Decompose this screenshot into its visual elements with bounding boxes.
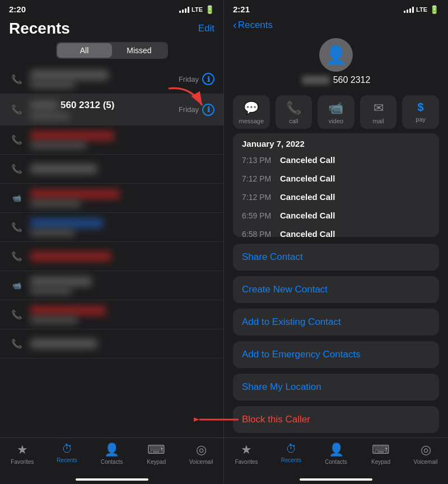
tab-recents-right[interactable]: ⏱ Recents xyxy=(269,443,314,465)
tab-voicemail-left[interactable]: ◎ Voicemail xyxy=(179,443,223,465)
mail-label: mail xyxy=(372,118,384,124)
phone-icon-4: 📞 xyxy=(9,164,25,174)
right-battery-icon: 🔋 xyxy=(430,5,439,14)
share-contact-label: Share Contact xyxy=(242,252,303,262)
right-phone-screen: 2:21 LTE 🔋 ‹ Recents 👤 560 2312 xyxy=(224,0,448,484)
call-row-6[interactable]: 📞 xyxy=(0,213,223,242)
tab-contacts-left[interactable]: 👤 Contacts xyxy=(90,443,134,465)
call-meta-1: Friday ℹ xyxy=(179,73,214,85)
left-signal-bars xyxy=(179,6,189,13)
right-lte-badge: LTE xyxy=(416,6,427,13)
edit-button[interactable]: Edit xyxy=(198,23,214,34)
call-info-8 xyxy=(30,277,214,294)
call-row-8[interactable]: 📹 xyxy=(0,271,223,300)
call-label: call xyxy=(289,118,298,124)
blur-sub-1 xyxy=(30,81,75,88)
phone-icon-3: 📞 xyxy=(9,134,25,145)
contact-number: 560 2312 xyxy=(333,75,371,85)
blur-sub-8 xyxy=(30,288,72,294)
info-btn-2[interactable]: ℹ xyxy=(202,104,214,116)
mail-icon: ✉ xyxy=(374,101,384,115)
call-time-2: Friday xyxy=(179,105,199,114)
call-row-9[interactable]: 📞 xyxy=(0,300,223,329)
tab-keypad-left[interactable]: ⌨ Keypad xyxy=(134,443,179,465)
call-history-time-5: 6:58 PM xyxy=(242,230,276,238)
recents-icon-right: ⏱ xyxy=(286,443,297,455)
add-existing-contact-option[interactable]: Add to Existing Contact xyxy=(233,309,439,336)
favorites-icon-right: ★ xyxy=(241,443,252,457)
r-signal-bar-2 xyxy=(407,10,408,13)
contact-avatar: 👤 xyxy=(319,38,353,72)
left-status-icons: LTE 🔋 xyxy=(179,5,214,14)
call-row-2[interactable]: 📞 560 2312 (5) Friday ℹ xyxy=(0,94,223,125)
add-emergency-option[interactable]: Add to Emergency Contacts xyxy=(233,341,439,368)
avatar-person-icon: 👤 xyxy=(325,44,347,66)
left-status-bar: 2:20 LTE 🔋 xyxy=(0,0,223,16)
tab-keypad-right[interactable]: ⌨ Keypad xyxy=(358,443,403,465)
call-row-5[interactable]: 📹 xyxy=(0,184,223,213)
left-lte-badge: LTE xyxy=(192,6,203,13)
favorites-label-left: Favorites xyxy=(11,459,34,465)
call-name-2: 560 2312 (5) xyxy=(60,100,114,111)
left-battery-icon: 🔋 xyxy=(205,5,214,14)
left-phone-screen: 2:20 LTE 🔋 Recents Edit All Missed 📞 xyxy=(0,0,224,484)
tab-recents-left[interactable]: ⏱ Recents xyxy=(45,443,90,465)
call-row-10[interactable]: 📞 xyxy=(0,329,223,359)
video-action-btn[interactable]: 📹 video xyxy=(318,95,354,129)
blur-sub-3 xyxy=(30,142,86,148)
keypad-icon-right: ⌨ xyxy=(372,443,390,457)
right-home-indicator xyxy=(300,478,372,481)
tab-favorites-right[interactable]: ★ Favorites xyxy=(224,443,269,465)
call-row-4[interactable]: 📞 xyxy=(0,155,223,184)
call-history-time-2: 7:12 PM xyxy=(242,174,276,183)
right-tab-bar: ★ Favorites ⏱ Recents 👤 Contacts ⌨ Keypa… xyxy=(224,438,448,476)
right-signal-bars xyxy=(404,6,414,13)
tab-contacts-right[interactable]: 👤 Contacts xyxy=(314,443,358,465)
signal-bar-2 xyxy=(182,10,184,13)
call-row-1[interactable]: 📞 Friday ℹ xyxy=(0,64,223,94)
video-icon-5: 📹 xyxy=(9,194,25,202)
tab-favorites-left[interactable]: ★ Favorites xyxy=(0,443,45,465)
contacts-label-left: Contacts xyxy=(101,459,123,465)
tab-voicemail-right[interactable]: ◎ Voicemail xyxy=(403,443,448,465)
share-location-option[interactable]: Share My Location xyxy=(233,374,439,401)
info-btn-1[interactable]: ℹ xyxy=(202,73,214,85)
call-row-7[interactable]: 📞 xyxy=(0,242,223,271)
mail-action-btn[interactable]: ✉ mail xyxy=(360,95,397,129)
phone-icon-10: 📞 xyxy=(9,338,25,349)
pay-action-btn[interactable]: $ pay xyxy=(402,95,439,129)
phone-icon-1: 📞 xyxy=(9,74,25,85)
blur-name-3 xyxy=(30,131,114,141)
message-action-btn[interactable]: 💬 message xyxy=(233,95,270,129)
blur-name-4 xyxy=(30,164,97,174)
right-status-icons: LTE 🔋 xyxy=(404,5,439,14)
call-info-3 xyxy=(30,131,214,148)
call-action-btn[interactable]: 📞 call xyxy=(276,95,312,129)
share-contact-option[interactable]: Share Contact xyxy=(233,244,439,271)
block-caller-option[interactable]: Block this Caller xyxy=(233,406,439,433)
create-new-contact-option[interactable]: Create New Contact xyxy=(233,276,439,303)
blur-name-9 xyxy=(30,306,106,315)
add-existing-label: Add to Existing Contact xyxy=(242,317,341,327)
segment-all[interactable]: All xyxy=(57,43,112,58)
call-row-3[interactable]: 📞 xyxy=(0,125,223,155)
back-button[interactable]: ‹ Recents xyxy=(233,18,273,31)
pay-icon: $ xyxy=(418,101,424,114)
keypad-label-right: Keypad xyxy=(371,459,390,465)
call-info-2: 560 2312 (5) xyxy=(30,100,179,119)
call-history-item-1: 7:13 PM Canceled Call xyxy=(233,151,439,169)
phone-icon-2: 📞 xyxy=(9,104,25,115)
right-header: ‹ Recents xyxy=(224,16,448,36)
phone-icon-7: 📞 xyxy=(9,251,25,262)
call-list: 📞 Friday ℹ 📞 560 2312 (5) Friday xyxy=(0,64,223,438)
contact-header: 👤 560 2312 xyxy=(224,36,448,91)
call-history-time-4: 6:59 PM xyxy=(242,211,276,220)
right-status-bar: 2:21 LTE 🔋 xyxy=(224,0,448,16)
recents-label-left: Recents xyxy=(57,457,77,463)
call-history-label-2: Canceled Call xyxy=(280,174,335,183)
call-history-item-2: 7:12 PM Canceled Call xyxy=(233,169,439,188)
segment-control: All Missed xyxy=(9,42,214,59)
blur-sub-6 xyxy=(30,230,75,236)
segment-missed[interactable]: Missed xyxy=(112,43,167,58)
blur-sub-9 xyxy=(30,317,78,323)
